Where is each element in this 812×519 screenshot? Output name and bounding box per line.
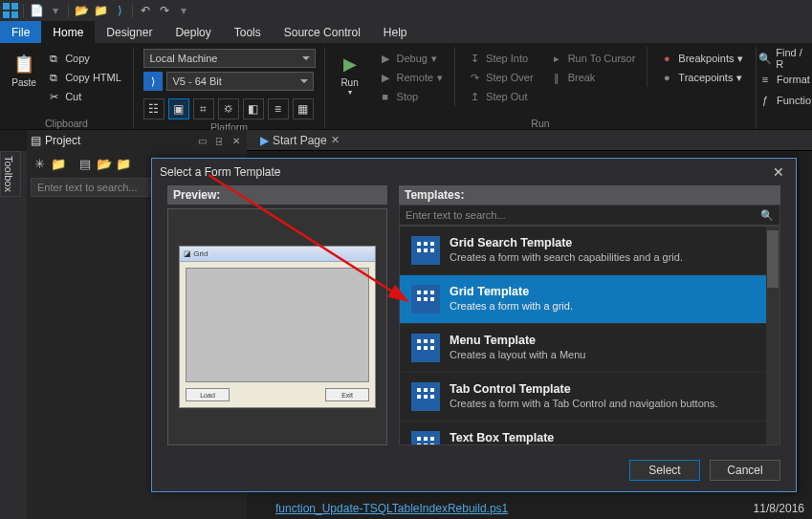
run-to-cursor-button[interactable]: ▸Run To Cursor bbox=[545, 49, 640, 68]
menu-home[interactable]: Home bbox=[41, 21, 95, 43]
template-row[interactable]: Grid Template Creates a form with a grid… bbox=[400, 275, 779, 324]
find-button[interactable]: 🔍Find / R bbox=[754, 49, 812, 68]
platform-btn-7[interactable]: ▦ bbox=[293, 98, 314, 119]
folder-icon[interactable]: 📁 bbox=[115, 155, 132, 172]
template-tile-icon bbox=[411, 431, 440, 445]
breakpoint-icon: ● bbox=[659, 51, 674, 66]
format-button[interactable]: ≡Format bbox=[754, 70, 812, 89]
function-icon: ƒ bbox=[757, 93, 773, 108]
tree-icon[interactable]: ▤ bbox=[77, 155, 94, 172]
run-button[interactable]: ▶ Run▾ bbox=[334, 47, 366, 97]
undo-icon[interactable]: ↶ bbox=[137, 2, 154, 19]
new-file-icon[interactable]: 📄 bbox=[28, 2, 45, 19]
copy-html-button[interactable]: ⧉Copy HTML bbox=[42, 68, 125, 87]
debug-button[interactable]: ▶Debug ▾ bbox=[374, 49, 448, 68]
project-pane-title: ▤Project bbox=[31, 134, 191, 147]
close-tab-icon[interactable]: ✕ bbox=[331, 134, 340, 146]
tracepoints-button[interactable]: ●Tracepoints ▾ bbox=[655, 68, 747, 87]
platform-btn-2[interactable]: ▣ bbox=[168, 98, 189, 119]
step-into-icon: ↧ bbox=[467, 51, 482, 66]
template-row[interactable]: Text Box Template bbox=[400, 422, 779, 445]
template-name: Menu Template bbox=[450, 334, 585, 347]
template-name: Text Box Template bbox=[450, 431, 554, 444]
paste-button[interactable]: 📋 Paste bbox=[8, 47, 40, 88]
cut-button[interactable]: ✂Cut bbox=[42, 87, 125, 106]
platform-btn-1[interactable]: ☷ bbox=[143, 98, 165, 119]
search-icon: 🔍 bbox=[760, 209, 774, 222]
window-position-icon[interactable]: ▭ bbox=[195, 134, 208, 147]
paste-icon: 📋 bbox=[11, 51, 37, 77]
footer-file-link[interactable]: function_Update-TSQLTableIndexRebuild.ps… bbox=[275, 502, 508, 515]
function-button[interactable]: ƒFunctio bbox=[754, 91, 812, 110]
template-row[interactable]: Grid Search Template Creates a form with… bbox=[400, 227, 779, 275]
stop-icon: ■ bbox=[378, 89, 393, 104]
pin-icon[interactable]: ⍈ bbox=[212, 134, 226, 147]
step-into-button[interactable]: ↧Step Into bbox=[463, 49, 538, 68]
template-row[interactable]: Tab Control Template Creates a form with… bbox=[400, 373, 779, 422]
tracepoint-icon: ● bbox=[659, 70, 674, 85]
menu-help[interactable]: Help bbox=[372, 21, 419, 43]
platform-btn-3[interactable]: ⌗ bbox=[193, 98, 214, 119]
play-icon: ▶ bbox=[337, 51, 363, 77]
cut-icon: ✂ bbox=[46, 89, 61, 104]
preview-panel: Preview: ◪ Grid Load Exit bbox=[167, 185, 387, 445]
ribbon: 📋 Paste ⧉Copy ⧉Copy HTML ✂Cut Clipboard … bbox=[0, 44, 812, 130]
paste-label: Paste bbox=[11, 77, 36, 88]
version-select[interactable]: V5 - 64 Bit bbox=[166, 72, 314, 91]
cancel-button[interactable]: Cancel bbox=[710, 460, 780, 481]
preview-load-button: Load bbox=[186, 388, 230, 401]
close-icon[interactable]: ✕ bbox=[230, 134, 243, 147]
sparkle-icon[interactable]: ✳ bbox=[31, 155, 48, 172]
templates-search-input[interactable]: Enter text to search... 🔍 bbox=[399, 205, 780, 226]
platform-btn-5[interactable]: ◧ bbox=[243, 98, 264, 119]
pause-icon: ‖ bbox=[549, 70, 564, 85]
scrollbar-thumb[interactable] bbox=[767, 230, 779, 288]
quick-access-bar: 📄 ▾ 📂 📁 ⟩ ↶ ↷ ▾ bbox=[0, 0, 812, 21]
machine-select[interactable]: Local Machine bbox=[143, 49, 316, 68]
toolbox-column: Toolbox bbox=[0, 151, 27, 519]
cursor-icon: ▸ bbox=[549, 51, 564, 66]
template-desc: Creates a form with search capabilities … bbox=[450, 251, 683, 263]
step-out-button[interactable]: ↥Step Out bbox=[463, 87, 538, 106]
powershell-icon[interactable]: ⟩ bbox=[111, 2, 128, 19]
open-folder-icon[interactable]: 📁 bbox=[92, 2, 109, 19]
preview-mock-window: ◪ Grid Load Exit bbox=[179, 246, 376, 408]
platform-btn-4[interactable]: ⛭ bbox=[218, 98, 239, 119]
dialog-footer: Select Cancel bbox=[152, 453, 796, 491]
menu-file[interactable]: File bbox=[0, 21, 41, 43]
select-button[interactable]: Select bbox=[629, 460, 700, 481]
templates-list: Grid Search Template Creates a form with… bbox=[399, 226, 780, 445]
remote-button[interactable]: ▶Remote ▾ bbox=[374, 68, 448, 87]
menu-source-control[interactable]: Source Control bbox=[273, 21, 372, 43]
template-row[interactable]: Menu Template Creates a layout with a Me… bbox=[400, 324, 779, 373]
template-tile-icon bbox=[411, 285, 440, 314]
menu-deploy[interactable]: Deploy bbox=[164, 21, 222, 43]
template-name: Grid Search Template bbox=[450, 236, 683, 249]
scrollbar[interactable] bbox=[766, 227, 779, 444]
bug-icon: ▶ bbox=[378, 51, 393, 66]
menu-designer[interactable]: Designer bbox=[95, 21, 164, 43]
redo-icon[interactable]: ↷ bbox=[156, 2, 173, 19]
dropdown-icon[interactable]: ▾ bbox=[47, 2, 64, 19]
toolbox-tab[interactable]: Toolbox bbox=[0, 151, 21, 197]
breakpoints-button[interactable]: ●Breakpoints ▾ bbox=[655, 49, 747, 68]
preview-header: Preview: bbox=[167, 185, 387, 205]
open-file-icon[interactable]: 📂 bbox=[73, 2, 90, 19]
qa-dropdown-icon[interactable]: ▾ bbox=[175, 2, 192, 19]
menu-tools[interactable]: Tools bbox=[223, 21, 273, 43]
new-folder-icon[interactable]: 📁 bbox=[50, 155, 67, 172]
template-tile-icon bbox=[411, 236, 440, 265]
dialog-close-icon[interactable]: ✕ bbox=[769, 164, 788, 180]
platform-btn-6[interactable]: ≡ bbox=[268, 98, 289, 119]
tab-start-page[interactable]: ▶ Start Page ✕ bbox=[254, 134, 345, 147]
search-icon: 🔍 bbox=[757, 51, 772, 66]
template-tile-icon bbox=[411, 382, 440, 411]
open-project-icon[interactable]: 📂 bbox=[96, 155, 113, 172]
break-button[interactable]: ‖Break bbox=[545, 68, 640, 87]
project-pane-header: ▤Project ▭ ⍈ ✕ bbox=[27, 130, 247, 151]
step-over-button[interactable]: ↷Step Over bbox=[463, 68, 538, 87]
copy-icon: ⧉ bbox=[46, 51, 61, 66]
dialog-title: Select a Form Template bbox=[160, 165, 769, 179]
stop-button[interactable]: ■Stop bbox=[374, 87, 448, 106]
copy-button[interactable]: ⧉Copy bbox=[42, 49, 125, 68]
